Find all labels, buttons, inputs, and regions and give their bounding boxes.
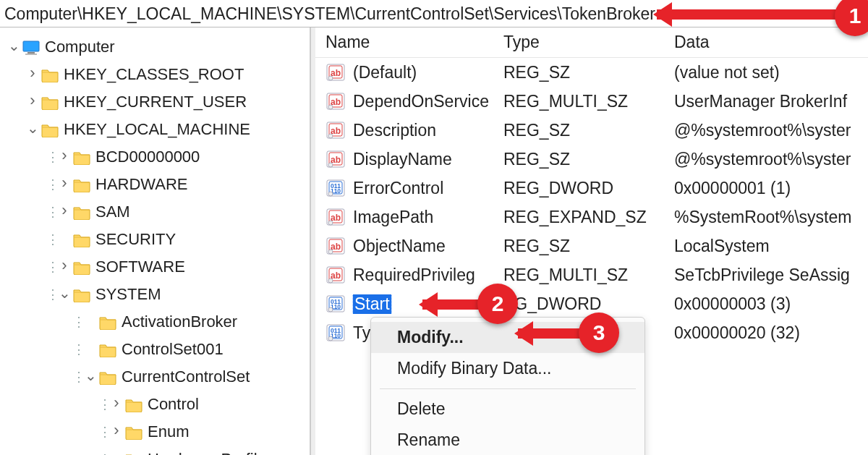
folder-icon	[41, 67, 59, 82]
folder-icon	[72, 286, 91, 302]
value-row[interactable]: DescriptionREG_SZ@%systemroot%\syster	[315, 116, 868, 145]
reg-string-icon	[326, 237, 346, 255]
value-row[interactable]: (Default)REG_SZ(value not set)	[315, 58, 868, 87]
tree-label: HKEY_CLASSES_ROOT	[62, 65, 244, 84]
tree-label: HKEY_CURRENT_USER	[62, 93, 247, 111]
chevron-right-icon[interactable]	[56, 175, 72, 194]
reg-string-icon	[326, 265, 346, 284]
folder-icon	[72, 177, 91, 192]
tree-node-system[interactable]: ⋮ SYSTEM	[6, 281, 310, 308]
tree-label: HKEY_LOCAL_MACHINE	[62, 120, 250, 139]
folder-icon	[72, 231, 91, 247]
menu-modify-bin[interactable]: Modify Binary Data...	[371, 353, 644, 384]
chevron-right-icon[interactable]	[56, 148, 72, 166]
reg-string-icon	[326, 121, 346, 140]
computer-icon	[22, 39, 41, 55]
value-row[interactable]: ImagePathREG_EXPAND_SZ%SystemRoot%\syste…	[315, 203, 868, 231]
tree-node-enum[interactable]: ⋮ Enum	[6, 418, 310, 446]
value-name: Ty	[353, 323, 370, 343]
value-data: @%systemroot%\syster	[674, 150, 868, 169]
folder-icon	[98, 314, 117, 330]
tree-node-security[interactable]: ⋮ SECURITY	[6, 226, 310, 253]
tree-label: SOFTWARE	[94, 258, 185, 276]
value-data: (value not set)	[674, 63, 868, 82]
col-data[interactable]: Data	[674, 33, 868, 52]
chevron-down-icon[interactable]	[6, 38, 22, 56]
value-type: EG_DWORD	[503, 294, 674, 314]
regedit-window: Computer\HKEY_LOCAL_MACHINE\SYSTEM\Curre…	[0, 0, 868, 455]
value-name: (Default)	[353, 63, 417, 82]
menu-delete[interactable]: Delete	[371, 394, 644, 425]
tree-line: ⋮	[46, 204, 56, 220]
tree-line: ⋮	[46, 259, 56, 275]
tree-label: SECURITY	[94, 230, 176, 249]
tree-pane[interactable]: Computer HKEY_CLASSES_ROOT HKEY_CURRENT_…	[0, 27, 311, 455]
chevron-right-icon[interactable]	[109, 422, 124, 441]
tree-label: Hardware Profiles	[146, 450, 274, 455]
value-data: UserManager BrokerInf	[674, 92, 868, 111]
tree-node-controlset001[interactable]: ⋮ ControlSet001	[6, 336, 310, 363]
annotation-arrow-2	[422, 299, 482, 310]
tree-node-hardware[interactable]: ⋮ HARDWARE	[6, 171, 310, 198]
value-data: %SystemRoot%\system	[674, 208, 868, 227]
chevron-down-icon[interactable]	[56, 286, 72, 303]
chevron-right-icon[interactable]	[56, 203, 72, 221]
annotation-arrow-3	[518, 328, 582, 339]
annotation-badge-3: 3	[579, 312, 619, 353]
col-name[interactable]: Name	[315, 33, 503, 52]
chevron-right-icon[interactable]	[109, 395, 124, 414]
folder-icon	[41, 122, 59, 137]
tree-label: ControlSet001	[120, 340, 224, 359]
reg-binary-icon	[326, 179, 346, 197]
chevron-down-icon[interactable]	[25, 121, 41, 138]
value-type: REG_SZ	[503, 150, 674, 169]
value-row[interactable]: ErrorControlREG_DWORD0x00000001 (1)	[315, 174, 868, 203]
tree-line: ⋮	[72, 341, 82, 357]
value-type: REG_DWORD	[503, 179, 674, 198]
chevron-right-icon[interactable]	[25, 93, 41, 111]
tree-line: ⋮	[98, 396, 109, 412]
value-row[interactable]: ObjectNameREG_SZLocalSystem	[315, 231, 868, 260]
tree-line: ⋮	[72, 314, 82, 330]
tree-label: SYSTEM	[94, 285, 161, 304]
value-name: DisplayName	[353, 150, 452, 169]
chevron-right-icon[interactable]	[25, 65, 41, 84]
tree-label: Computer	[43, 38, 115, 56]
column-headers[interactable]: Name Type Data	[315, 27, 868, 58]
value-name: RequiredPrivileg	[353, 265, 475, 285]
value-row[interactable]: DependOnServiceREG_MULTI_SZUserManager B…	[315, 87, 868, 116]
chevron-right-icon[interactable]	[56, 258, 72, 276]
value-row[interactable]: RequiredPrivilegREG_MULTI_SZSeTcbPrivile…	[315, 260, 868, 289]
folder-icon	[72, 149, 91, 165]
values-list: (Default)REG_SZ(value not set)DependOnSe…	[315, 58, 868, 347]
folder-icon	[124, 396, 143, 412]
folder-icon	[124, 424, 143, 440]
tree-node-software[interactable]: ⋮ SOFTWARE	[6, 253, 310, 281]
tree-node-hklm[interactable]: HKEY_LOCAL_MACHINE	[6, 116, 310, 143]
chevron-down-icon[interactable]	[82, 368, 98, 386]
col-type[interactable]: Type	[503, 33, 674, 52]
tree-node-hkcu[interactable]: HKEY_CURRENT_USER	[6, 88, 310, 116]
tree-node-computer[interactable]: Computer	[6, 33, 310, 61]
value-type: REG_SZ	[503, 237, 674, 256]
body: Computer HKEY_CLASSES_ROOT HKEY_CURRENT_…	[0, 27, 868, 455]
tree-node-hkcr[interactable]: HKEY_CLASSES_ROOT	[6, 61, 310, 88]
tree-node-currentcontrolset[interactable]: ⋮ CurrentControlSet	[6, 363, 310, 391]
tree-node-bcd[interactable]: ⋮ BCD00000000	[6, 143, 310, 171]
value-data: 0x00000003 (3)	[674, 294, 868, 314]
tree-line: ⋮	[46, 231, 56, 247]
tree-node-activationbroker[interactable]: ⋮ ActivationBroker	[6, 308, 310, 336]
reg-string-icon	[326, 208, 346, 226]
tree-line: ⋮	[46, 149, 56, 165]
tree-node-hwprofiles[interactable]: ⋮ Hardware Profiles	[6, 446, 310, 455]
chevron-right-icon[interactable]	[109, 450, 124, 455]
value-type: REG_MULTI_SZ	[503, 265, 674, 285]
tree-node-control[interactable]: ⋮ Control	[6, 391, 310, 418]
menu-rename[interactable]: Rename	[371, 425, 644, 455]
tree-node-sam[interactable]: ⋮ SAM	[6, 198, 310, 226]
value-row[interactable]: DisplayNameREG_SZ@%systemroot%\syster	[315, 145, 868, 174]
values-pane[interactable]: Name Type Data (Default)REG_SZ(value not…	[315, 27, 868, 455]
annotation-arrow-1	[657, 9, 838, 20]
folder-icon	[98, 341, 117, 357]
folder-icon	[41, 94, 59, 110]
